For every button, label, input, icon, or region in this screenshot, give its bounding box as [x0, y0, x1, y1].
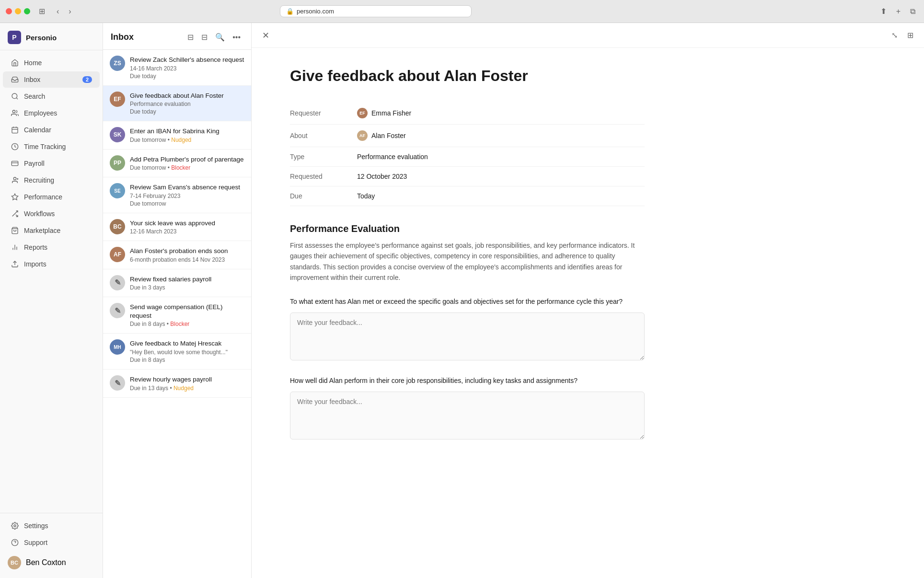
sidebar-item-reports[interactable]: Reports [3, 239, 100, 255]
section-title: Performance Evaluation [290, 223, 645, 234]
sidebar-item-recruiting-label: Recruiting [24, 176, 54, 184]
employees-icon [11, 109, 19, 117]
sidebar-item-workflows-label: Workflows [24, 210, 55, 218]
home-icon [11, 58, 19, 67]
address-bar[interactable]: 🔒 personio.com [280, 5, 472, 17]
sidebar-nav: Home Inbox 2 Search Employees [0, 50, 103, 513]
browser-nav: ‹ › [54, 6, 74, 17]
sidebar-item-calendar[interactable]: Calendar [3, 122, 100, 138]
sidebar-item-recruiting[interactable]: Recruiting [3, 172, 100, 188]
about-avatar: AF [357, 130, 368, 141]
performance-icon [11, 193, 19, 201]
inbox-item-subtitle: 14-16 March 2023 [130, 65, 244, 72]
inbox-item[interactable]: ZS Review Zack Schiller's absence reques… [103, 50, 251, 86]
tabs-button[interactable]: ⧉ [907, 6, 918, 17]
sidebar-item-workflows[interactable]: Workflows [3, 206, 100, 222]
sidebar-item-inbox[interactable]: Inbox 2 [3, 71, 100, 88]
avatar: MH [110, 339, 125, 355]
forward-button[interactable]: › [66, 6, 74, 17]
sidebar-toggle-button[interactable]: ⊞ [36, 6, 48, 17]
inbox-item-due: Due tomorrow • Nudged [130, 137, 244, 143]
inbox-item-content: Give feedback to Matej Hrescak "Hey Ben,… [130, 339, 244, 363]
avatar: SE [110, 183, 125, 198]
avatar: EF [110, 92, 125, 107]
requested-value: 12 October 2023 [357, 173, 407, 180]
sidebar-item-imports-label: Imports [24, 260, 46, 268]
minimize-traffic-light[interactable] [15, 8, 21, 14]
inbox-item-content: Add Petra Plumber's proof of parentage D… [130, 155, 244, 172]
inbox-item[interactable]: ✎ Send wage compensation (EEL) request D… [103, 297, 251, 334]
sidebar-item-search[interactable]: Search [3, 88, 100, 104]
inbox-item-subtitle: 6-month probation ends 14 Nov 2023 [130, 256, 244, 263]
sidebar-item-performance[interactable]: Performance [3, 189, 100, 205]
sidebar-item-home-label: Home [24, 59, 42, 67]
split-view-button[interactable]: ⊞ [904, 29, 916, 42]
share-button[interactable]: ⬆ [878, 6, 889, 17]
inbox-item[interactable]: EF Give feedback about Alan Foster Perfo… [103, 86, 251, 122]
sidebar-item-settings-label: Settings [24, 522, 48, 530]
sidebar-item-imports[interactable]: Imports [3, 256, 100, 272]
status-badge: Nudged [173, 385, 194, 392]
sidebar-bottom: Settings Support BC Ben Coxton [0, 513, 103, 578]
requester-label: Requester [290, 109, 357, 117]
avatar: ✎ [110, 375, 125, 391]
inbox-more-button[interactable]: ••• [230, 31, 243, 44]
svg-point-0 [12, 93, 17, 99]
inbox-filter-button[interactable]: ⊟ [198, 31, 210, 44]
feedback-input-2[interactable] [290, 392, 645, 439]
inbox-item[interactable]: BC Your sick leave was approved 12-16 Ma… [103, 213, 251, 242]
inbox-filter-settings-button[interactable]: ⊟ [185, 31, 196, 44]
inbox-item[interactable]: MH Give feedback to Matej Hrescak "Hey B… [103, 334, 251, 370]
clock-icon [11, 142, 19, 151]
feedback-input-1[interactable] [290, 312, 645, 360]
sidebar-item-time-tracking[interactable]: Time Tracking [3, 139, 100, 155]
app-title: Personio [26, 34, 57, 42]
sidebar-item-marketplace[interactable]: Marketplace [3, 222, 100, 239]
sidebar-item-employees[interactable]: Employees [3, 105, 100, 121]
browser-actions: ⬆ + ⧉ [878, 6, 918, 17]
requester-value: EF Emma Fisher [357, 108, 411, 118]
about-label: About [290, 132, 357, 139]
inbox-item[interactable]: SE Review Sam Evans's absence request 7-… [103, 177, 251, 213]
user-profile[interactable]: BC Ben Coxton [0, 551, 103, 574]
meta-row-type: Type Performance evaluation [290, 147, 645, 167]
sidebar-item-payroll-label: Payroll [24, 160, 45, 167]
sidebar-item-home[interactable]: Home [3, 55, 100, 71]
inbox-item-title: Review fixed salaries payroll [130, 275, 244, 284]
svg-point-10 [13, 177, 16, 180]
section-description: First assesses the employee's performanc… [290, 240, 645, 283]
detail-close-button[interactable]: ✕ [259, 29, 272, 42]
inbox-item-due: Due in 13 days • Nudged [130, 385, 244, 392]
app-logo: P [8, 31, 21, 44]
inbox-title: Inbox [111, 32, 181, 42]
inbox-badge: 2 [82, 76, 92, 83]
inbox-item[interactable]: ✎ Review hourly wages payroll Due in 13 … [103, 370, 251, 398]
detail-panel: ✕ ⤡ ⊞ Give feedback about Alan Foster Re… [252, 23, 924, 578]
inbox-icon [11, 75, 19, 84]
sidebar-item-support[interactable]: Support [3, 534, 100, 551]
sidebar-item-settings[interactable]: Settings [3, 518, 100, 534]
maximize-traffic-light[interactable] [24, 8, 30, 14]
inbox-search-button[interactable]: 🔍 [212, 31, 228, 44]
meta-row-about: About AF Alan Foster [290, 125, 645, 147]
sidebar-item-payroll[interactable]: Payroll [3, 155, 100, 172]
meta-row-requested: Requested 12 October 2023 [290, 167, 645, 186]
inbox-panel: Inbox ⊟ ⊟ 🔍 ••• ZS Review Zack Schiller'… [103, 23, 252, 578]
support-icon [11, 538, 19, 547]
inbox-item[interactable]: AF Alan Foster's probation ends soon 6-m… [103, 241, 251, 269]
inbox-item[interactable]: SK Enter an IBAN for Sabrina King Due to… [103, 121, 251, 150]
inbox-item[interactable]: PP Add Petra Plumber's proof of parentag… [103, 150, 251, 178]
expand-button[interactable]: ⤡ [889, 29, 901, 42]
close-traffic-light[interactable] [6, 8, 12, 14]
inbox-item-content: Review fixed salaries payroll Due in 3 d… [130, 275, 244, 291]
inbox-item-content: Enter an IBAN for Sabrina King Due tomor… [130, 127, 244, 143]
inbox-item[interactable]: ✎ Review fixed salaries payroll Due in 3… [103, 269, 251, 298]
imports-icon [11, 260, 19, 268]
inbox-item-due: Due tomorrow [130, 200, 244, 207]
recruiting-icon [11, 176, 19, 185]
inbox-item-title: Review Zack Schiller's absence request [130, 56, 244, 64]
new-tab-button[interactable]: + [893, 6, 903, 17]
inbox-item-title: Send wage compensation (EEL) request [130, 303, 244, 320]
inbox-item-due: Due today [130, 73, 244, 80]
back-button[interactable]: ‹ [54, 6, 62, 17]
